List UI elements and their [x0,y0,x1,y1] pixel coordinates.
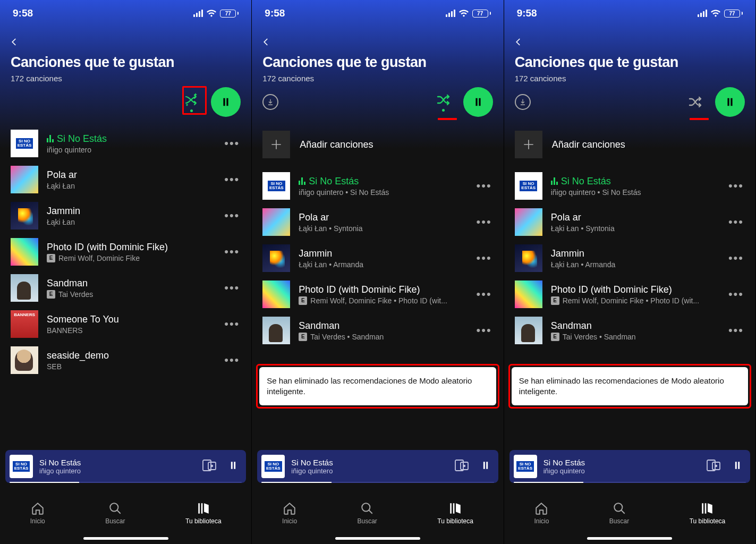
more-icon[interactable]: ••• [727,251,745,265]
more-icon[interactable]: ••• [223,281,241,295]
track-title: Sandman [299,320,466,332]
track-row[interactable]: Pola ar Łąki Łan ••• [11,162,241,198]
album-art [11,166,38,193]
back-button[interactable] [504,27,755,47]
mini-pause-button[interactable] [480,460,491,473]
track-row[interactable]: Pola ar Łąki Łan • Syntonia ••• [515,204,745,240]
track-row[interactable]: Jammin Łąki Łan • Armanda ••• [262,240,492,276]
cast-icon[interactable] [202,460,216,473]
track-row[interactable]: seaside_demo SEB ••• [11,342,241,378]
page-subtitle: 172 canciones [515,74,745,83]
wifi-icon [458,10,469,17]
page-title: Canciones que te gustan [515,54,745,71]
plus-icon [262,131,290,158]
pause-button[interactable] [715,87,745,117]
album-art [262,317,290,344]
album-art [11,346,38,374]
cell-signal-icon [446,10,455,17]
back-button[interactable] [252,27,503,47]
more-icon[interactable]: ••• [475,179,493,193]
track-subtitle: ETai Verdes • Sandman [551,333,719,341]
page-title: Canciones que te gustan [262,54,492,71]
more-icon[interactable]: ••• [727,215,745,229]
download-button[interactable] [515,94,531,110]
cast-icon[interactable] [707,460,720,473]
track-title: Pola ar [551,212,719,223]
status-bar: 9:58 77 [0,0,251,27]
track-row[interactable]: SI NOESTÁS Si No Estás iñigo quintero • … [515,168,745,204]
more-icon[interactable]: ••• [223,353,241,367]
track-row[interactable]: Pola ar Łąki Łan • Syntonia ••• [262,204,492,240]
more-icon[interactable]: ••• [223,245,241,259]
track-subtitle: Łąki Łan • Syntonia [551,224,719,233]
pause-button[interactable] [211,87,241,117]
now-playing-eq-icon [299,177,305,185]
svg-point-3 [110,503,118,511]
cast-icon[interactable] [455,460,469,473]
bottom-nav: Inicio Buscar Tu biblioteca [504,486,755,544]
now-playing-artist: iñigo quintero [543,467,700,475]
pause-button[interactable] [463,87,493,117]
battery-icon: 77 [724,10,743,18]
now-playing-bar[interactable]: SI NOESTÁS Si No Estás iñigo quintero [509,450,750,483]
now-playing-progress [10,482,242,483]
track-row[interactable]: Photo ID (with Dominic Fike) ERemi Wolf,… [11,234,241,270]
more-icon[interactable]: ••• [727,287,745,301]
track-row[interactable]: Jammin Łąki Łan ••• [11,198,241,234]
nav-home[interactable]: Inicio [534,502,549,525]
more-icon[interactable]: ••• [223,137,241,150]
add-songs-row[interactable]: Añadir canciones [515,125,745,168]
toast-highlight: Se han eliminado las recomendaciones de … [508,364,751,409]
now-playing-title: Si No Estás [543,458,700,467]
track-row[interactable]: BANNERS Someone To You BANNERS ••• [11,306,241,342]
track-row[interactable]: SI NOESTÁS Si No Estás iñigo quintero ••… [11,125,241,162]
now-playing-bar[interactable]: SI NOESTÁS Si No Estás iñigo quintero [5,450,246,483]
shuffle-button[interactable] [436,92,452,112]
nav-search[interactable]: Buscar [358,502,377,525]
page-subtitle: 172 canciones [11,74,241,83]
track-row[interactable]: Sandman ETai Verdes • Sandman ••• [515,312,745,348]
track-subtitle: iñigo quintero [47,146,215,154]
explicit-badge: E [299,296,307,305]
track-row[interactable]: Photo ID (with Dominic Fike) ERemi Wolf,… [515,276,745,312]
nav-library[interactable]: Tu biblioteca [437,502,473,525]
track-subtitle: ERemi Wolf, Dominic Fike [47,254,215,262]
bottom-nav: Inicio Buscar Tu biblioteca [252,486,503,544]
more-icon[interactable]: ••• [475,215,493,229]
now-playing-artist: iñigo quintero [291,467,448,475]
track-row[interactable]: Jammin Łąki Łan • Armanda ••• [515,240,745,276]
nav-home[interactable]: Inicio [282,502,297,525]
now-playing-art: SI NOESTÁS [514,455,537,478]
now-playing-eq-icon [551,177,558,185]
track-row[interactable]: SI NOESTÁS Si No Estás iñigo quintero • … [262,168,492,204]
track-row[interactable]: Sandman ETai Verdes • Sandman ••• [262,312,492,348]
mini-pause-button[interactable] [732,460,743,473]
more-icon[interactable]: ••• [475,287,493,301]
more-icon[interactable]: ••• [475,251,493,265]
add-songs-row[interactable]: Añadir canciones [262,125,492,168]
more-icon[interactable]: ••• [223,173,241,186]
track-subtitle: SEB [47,362,215,371]
more-icon[interactable]: ••• [727,179,745,193]
album-art [515,280,542,308]
track-row[interactable]: Sandman ETai Verdes ••• [11,270,241,306]
mini-pause-button[interactable] [228,460,239,473]
track-title: Si No Estás [551,176,719,187]
toast-highlight: Se han eliminado las recomendaciones de … [256,364,499,409]
bottom-nav: Inicio Buscar Tu biblioteca [0,486,251,544]
track-row[interactable]: Photo ID (with Dominic Fike) ERemi Wolf,… [262,276,492,312]
nav-search[interactable]: Buscar [105,502,125,525]
download-button[interactable] [262,94,278,110]
shuffle-button[interactable] [687,95,703,109]
nav-home[interactable]: Inicio [30,502,45,525]
back-button[interactable] [0,27,251,47]
more-icon[interactable]: ••• [223,209,241,223]
now-playing-bar[interactable]: SI NOESTÁS Si No Estás iñigo quintero [257,450,498,483]
nav-search[interactable]: Buscar [609,502,629,525]
track-title: Pola ar [47,169,215,181]
more-icon[interactable]: ••• [475,324,493,337]
nav-library[interactable]: Tu biblioteca [185,502,222,525]
more-icon[interactable]: ••• [223,317,241,331]
nav-library[interactable]: Tu biblioteca [690,502,726,525]
more-icon[interactable]: ••• [727,324,745,337]
